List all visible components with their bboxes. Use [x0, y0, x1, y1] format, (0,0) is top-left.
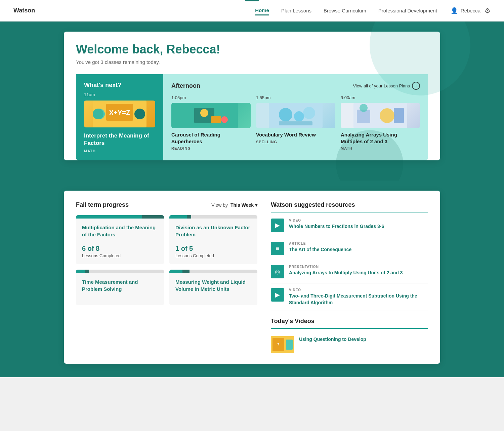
presentation-icon: ◎	[275, 268, 280, 275]
whats-next-time: 11am	[84, 92, 155, 97]
welcome-title: Welcome back, Rebecca!	[76, 42, 428, 56]
resource-icon-1: ▶	[271, 219, 284, 232]
nav-links: Home Plan Lessons Browse Curriculum Prof…	[255, 6, 437, 15]
svg-point-14	[303, 107, 315, 119]
resource-text-2: ARTICLE The Art of the Consequence	[289, 242, 351, 253]
svg-point-12	[279, 108, 292, 121]
svg-rect-9	[211, 116, 221, 123]
resource-icon-4: ▶	[271, 288, 284, 302]
afternoon-lesson-1[interactable]: 1:05pm Carousel of Reading Superheroes	[171, 95, 251, 150]
nav-link-plan-lessons[interactable]: Plan Lessons	[281, 6, 311, 15]
progress-card-4[interactable]: Measuring Weight and Liquid Volume in Me…	[169, 270, 257, 305]
resource-type-1: VIDEO	[289, 219, 384, 222]
resource-type-2: ARTICLE	[289, 242, 351, 245]
progress-cards-grid: Multiplication and the Meaning of the Fa…	[76, 215, 257, 305]
welcome-card: Welcome back, Rebecca! You've got 3 clas…	[64, 32, 440, 160]
progress-card-body-4: Measuring Weight and Liquid Volume in Me…	[169, 273, 257, 305]
svg-text:?: ?	[277, 343, 279, 347]
svg-point-18	[380, 108, 394, 123]
svg-text:X+Y=Z: X+Y=Z	[109, 109, 130, 116]
resource-title-1: Whole Numbers to Fractions in Grades 3-6	[289, 223, 384, 230]
progress-bar-1	[76, 215, 164, 219]
view-by-label: View by	[211, 202, 228, 208]
progress-heading: Fall term progress	[76, 201, 129, 208]
lesson-3-thumbnail	[341, 103, 420, 128]
resources-section: Watson suggested resources ▶ VIDEO Whole…	[271, 201, 428, 353]
progress-bar-dark-3	[85, 270, 89, 273]
lower-content-card: Fall term progress View by This Week ▾	[64, 191, 440, 364]
nav-link-home[interactable]: Home	[255, 6, 269, 15]
resource-item-4[interactable]: ▶ VIDEO Two- and Three-Digit Measurement…	[271, 283, 428, 311]
progress-bar-dark-1	[142, 215, 164, 219]
resource-text-4: VIDEO Two- and Three-Digit Measurement S…	[289, 288, 428, 306]
todays-videos-heading: Today's Videos	[271, 318, 428, 329]
afternoon-lesson-3[interactable]: 9:00am Analyzing Arrays Using Multiples …	[341, 95, 420, 150]
view-by-control[interactable]: View by This Week ▾	[211, 202, 257, 208]
lessons-row: What's next? 11am X+Y=Z Interpret the Me…	[76, 74, 428, 160]
resource-text-1: VIDEO Whole Numbers to Fractions in Grad…	[289, 219, 384, 230]
nav-bar: Watson Home Plan Lessons Browse Curricul…	[0, 0, 504, 22]
progress-count-1: 6 of 8	[82, 245, 158, 252]
resource-type-3: PRESENTATION	[289, 265, 403, 269]
nav-link-professional-development[interactable]: Professional Development	[378, 6, 437, 15]
lesson-1-subject: READING	[171, 146, 251, 150]
lesson-1-time: 1:05pm	[171, 95, 251, 100]
nav-link-browse-curriculum[interactable]: Browse Curriculum	[324, 6, 366, 15]
afternoon-lesson-2[interactable]: 1:55pm Vocabulary Word Review SPELL	[256, 95, 335, 150]
welcome-subtitle: You've got 3 classes remaining today.	[76, 59, 428, 65]
nav-user-name: Rebecca	[461, 8, 480, 13]
svg-rect-19	[394, 108, 404, 123]
whats-next-heading: What's next?	[84, 82, 155, 89]
progress-bar-filled-3	[76, 270, 85, 273]
nav-user[interactable]: 👤 Rebecca	[451, 7, 480, 14]
reading-illustration	[184, 103, 238, 128]
svg-point-20	[360, 104, 368, 112]
view-all-lesson-plans-link[interactable]: View all of your Lesson Plans →	[353, 82, 420, 90]
hero-section: Welcome back, Rebecca! You've got 3 clas…	[0, 22, 504, 181]
lower-grid: Fall term progress View by This Week ▾	[76, 201, 428, 353]
play-icon: ▶	[275, 222, 280, 229]
resource-text-3: PRESENTATION Analyzing Arrays to Multipl…	[289, 265, 403, 276]
whats-next-subject: MATH	[84, 149, 155, 153]
lesson-2-title: Vocabulary Word Review	[256, 131, 335, 138]
resource-item-3[interactable]: ◎ PRESENTATION Analyzing Arrays to Multi…	[271, 260, 428, 283]
resource-item-1[interactable]: ▶ VIDEO Whole Numbers to Fractions in Gr…	[271, 214, 428, 237]
lesson-2-time: 1:55pm	[256, 95, 335, 100]
video-text-1: Using Questioning to Develop	[299, 336, 366, 343]
progress-bar-2	[169, 215, 257, 219]
video-thumb-illustration: ?	[271, 336, 294, 353]
progress-bar-dark-2	[187, 215, 191, 219]
lesson-1-title: Carousel of Reading Superheroes	[171, 131, 251, 145]
progress-card-title-3: Time Measurement and Problem Solving	[82, 278, 158, 292]
lesson-2-subject: SPELLING	[256, 140, 335, 144]
resource-title-3: Analyzing Arrays to Multiply Using Units…	[289, 270, 403, 276]
progress-card-2[interactable]: Division as an Unknown Factor Problem 1 …	[169, 215, 257, 264]
video-thumbnail-1: ?	[271, 336, 294, 353]
progress-label-2: Lessons Completed	[175, 253, 251, 258]
svg-point-5	[134, 109, 145, 119]
lesson-1-thumbnail	[171, 103, 251, 128]
view-by-dropdown[interactable]: This Week ▾	[230, 202, 257, 208]
progress-card-body-1: Multiplication and the Meaning of the Fa…	[76, 219, 164, 264]
brand-logo: Watson	[13, 7, 35, 14]
resource-title-2: The Art of the Consequence	[289, 246, 351, 253]
svg-rect-15	[279, 121, 312, 125]
progress-bar-4	[169, 270, 257, 273]
progress-card-1[interactable]: Multiplication and the Meaning of the Fa…	[76, 215, 164, 264]
settings-gear-icon[interactable]: ⚙	[485, 7, 491, 15]
progress-header: Fall term progress View by This Week ▾	[76, 201, 257, 208]
video-item-1[interactable]: ? Using Questioning to Develop	[271, 331, 428, 353]
progress-bar-filled-1	[76, 215, 142, 219]
afternoon-lessons-list: 1:05pm Carousel of Reading Superheroes	[171, 95, 420, 150]
whats-next-card[interactable]: What's next? 11am X+Y=Z Interpret the Me…	[76, 74, 163, 160]
lower-section: Fall term progress View by This Week ▾	[0, 181, 504, 377]
progress-card-3[interactable]: Time Measurement and Problem Solving	[76, 270, 164, 305]
afternoon-header: Afternoon View all of your Lesson Plans …	[171, 82, 420, 90]
user-icon: 👤	[451, 7, 458, 14]
progress-card-title-4: Measuring Weight and Liquid Volume in Me…	[175, 278, 251, 292]
resource-icon-2: ≡	[271, 242, 284, 255]
resource-item-2[interactable]: ≡ ARTICLE The Art of the Consequence	[271, 237, 428, 260]
svg-point-8	[200, 109, 208, 117]
progress-section: Fall term progress View by This Week ▾	[76, 201, 257, 353]
afternoon-section: Afternoon View all of your Lesson Plans …	[163, 74, 428, 160]
